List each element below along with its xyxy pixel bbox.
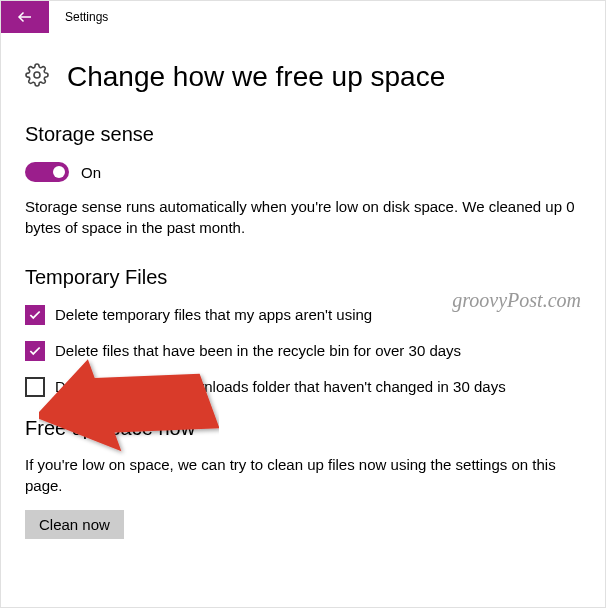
page-title: Change how we free up space [67,61,445,93]
page-heading-row: Change how we free up space [25,61,581,93]
check-icon [28,308,42,322]
content-area: Change how we free up space Storage sens… [1,33,605,563]
checkbox-delete-temp-label: Delete temporary files that my apps aren… [55,305,372,325]
checkbox-row-temp-files: Delete temporary files that my apps aren… [25,305,581,325]
checkbox-downloads[interactable] [25,377,45,397]
checkbox-downloads-label: Delete files in the Downloads folder tha… [55,377,506,397]
storage-sense-title: Storage sense [25,123,581,146]
storage-sense-toggle-row: On [25,162,581,182]
back-button[interactable] [1,1,49,33]
window-header: Settings [1,1,605,33]
checkbox-delete-temp[interactable] [25,305,45,325]
gear-icon [25,63,49,91]
temporary-files-title: Temporary Files [25,266,581,289]
checkbox-row-downloads: Delete files in the Downloads folder tha… [25,377,581,397]
storage-sense-toggle-label: On [81,164,101,181]
clean-now-button[interactable]: Clean now [25,510,124,539]
checkbox-row-recycle-bin: Delete files that have been in the recyc… [25,341,581,361]
window-title: Settings [49,10,108,24]
toggle-knob [53,166,65,178]
svg-point-1 [34,72,40,78]
storage-sense-description: Storage sense runs automatically when yo… [25,196,581,238]
storage-sense-toggle[interactable] [25,162,69,182]
arrow-left-icon [16,8,34,26]
checkbox-recycle-bin[interactable] [25,341,45,361]
free-up-title: Free up space now [25,417,581,440]
check-icon [28,344,42,358]
checkbox-recycle-bin-label: Delete files that have been in the recyc… [55,341,461,361]
free-up-description: If you're low on space, we can try to cl… [25,454,581,496]
